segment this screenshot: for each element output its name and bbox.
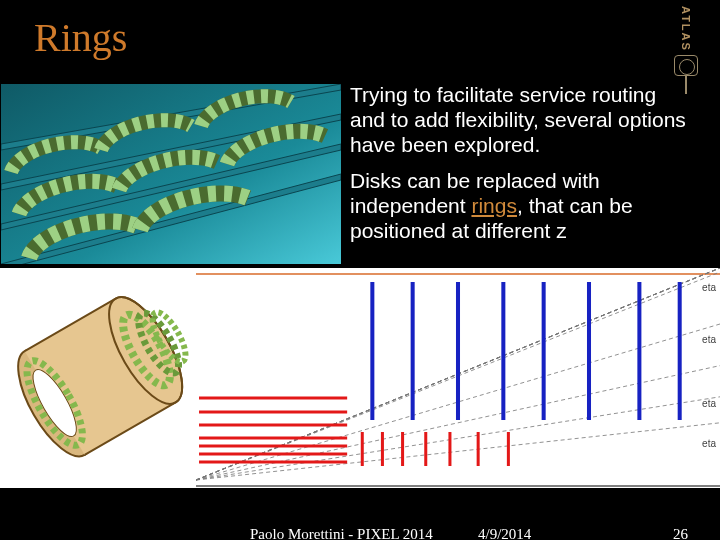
footer-page-number: 26 [673, 526, 688, 540]
lower-row: eta eta eta eta [0, 268, 720, 488]
body-text: Trying to facilitate service routing and… [342, 82, 700, 266]
atlas-detector-icon [674, 55, 698, 76]
eta-label: eta [702, 398, 716, 409]
paragraph-1: Trying to facilitate service routing and… [350, 82, 688, 158]
svg-line-14 [196, 423, 720, 480]
rings-render-top [0, 82, 342, 266]
footer-date: 4/9/2014 [478, 526, 531, 540]
eta-label: eta [702, 438, 716, 449]
rings-link-word: rings [471, 194, 517, 217]
slide-title: Rings [34, 14, 127, 61]
atlas-logo: ATLAS [668, 6, 704, 76]
layout-chart: eta eta eta eta [196, 268, 720, 488]
detector-render-bottom [0, 268, 196, 488]
atlas-logo-text: ATLAS [680, 6, 692, 52]
eta-label: eta [702, 334, 716, 345]
upper-row: Trying to facilitate service routing and… [0, 82, 720, 266]
footer-author: Paolo Morettini ‐ PIXEL 2014 [250, 526, 433, 540]
paragraph-2: Disks can be replaced with independent r… [350, 168, 688, 244]
eta-label: eta [702, 282, 716, 293]
